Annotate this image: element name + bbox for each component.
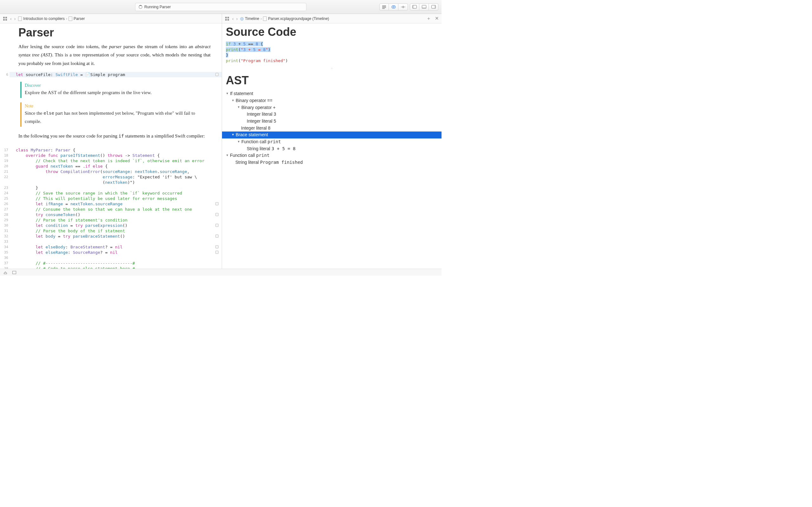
ast-node[interactable]: ▼Function callprint <box>222 152 442 159</box>
code-line[interactable]: let condition = try parseExpression() <box>11 223 222 228</box>
breadcrumb-timeline-page[interactable]: Parser.xcplaygroundpage (Timeline) <box>263 16 329 21</box>
assistant-actions: ＋ ✕ <box>426 15 439 21</box>
breadcrumb-root[interactable]: Introduction to compilers <box>18 16 65 21</box>
editor-mode-group <box>379 3 408 10</box>
ast-node[interactable]: String literal3 + 5 = 8 <box>222 146 442 153</box>
result-indicator[interactable] <box>215 245 218 248</box>
ast-node[interactable]: String literalProgram finished <box>222 159 442 166</box>
jumpbar-nav: ‹ › <box>10 16 15 21</box>
version-editor-button[interactable] <box>398 3 408 10</box>
code-lines[interactable]: class MyParser: Parser { override func p… <box>11 147 222 269</box>
source-line: print("3 + 5 = 8") <box>226 47 438 53</box>
console-toggle-button[interactable] <box>3 271 8 274</box>
disclosure-triangle-icon[interactable]: ▼ <box>232 133 235 137</box>
disclosure-triangle-icon[interactable]: ▼ <box>226 153 229 158</box>
toggle-navigator-button[interactable] <box>410 3 419 10</box>
callout-note-title: Note <box>25 104 211 109</box>
toolbar: Running Parser <box>0 0 442 14</box>
disclosure-triangle-icon[interactable]: ▼ <box>237 140 240 144</box>
source-line-6[interactable]: 6 let sourceFile: SwiftFile = 📄Simple pr… <box>0 72 222 77</box>
code-line[interactable]: let elseRange: SourceRange? = nil <box>11 250 222 255</box>
code-line[interactable]: throw CompilationError(sourceRange: next… <box>11 169 222 174</box>
code-line[interactable]: let body = try parseBraceStatement() <box>11 233 222 239</box>
result-indicator[interactable] <box>215 250 218 254</box>
result-indicator[interactable] <box>215 213 218 216</box>
code-line[interactable]: // This will potentially be used later f… <box>11 196 222 201</box>
ast-tree[interactable]: ▼If statement▼Binary operator ==▼Binary … <box>222 90 442 166</box>
breadcrumb-timeline-page-label: Parser.xcplaygroundpage (Timeline) <box>268 16 329 21</box>
result-indicator[interactable] <box>215 234 218 238</box>
editor-body[interactable]: Parser After lexing the source code into… <box>0 23 222 269</box>
nav-forward-icon-r[interactable]: › <box>236 16 238 21</box>
callout-discover-body: Explore the AST of the different sample … <box>25 89 211 97</box>
nav-back-icon[interactable]: ‹ <box>10 16 12 21</box>
toggle-utilities-button[interactable] <box>429 3 438 10</box>
ast-value: 3 + 5 = 8 <box>271 146 296 153</box>
debug-area-button[interactable] <box>12 271 16 274</box>
result-indicator[interactable] <box>215 224 218 227</box>
ast-node[interactable]: ▼If statement <box>222 90 442 97</box>
code-line[interactable]: class MyParser: Parser { <box>11 147 222 153</box>
gutter: 1718192021222324252627282930313233343536… <box>0 147 11 269</box>
close-assistant-button[interactable]: ✕ <box>435 15 439 21</box>
svg-rect-10 <box>3 19 5 20</box>
timeline-icon: ◎ <box>240 16 244 21</box>
code-line[interactable]: // # Code to parse else statement here # <box>11 266 222 269</box>
ast-label: Integer literal 3 <box>247 111 276 118</box>
code-line[interactable]: } <box>11 185 222 190</box>
breadcrumb-page[interactable]: Parser <box>68 16 85 21</box>
ast-node[interactable]: Integer literal 5 <box>222 118 442 125</box>
result-indicator[interactable] <box>215 73 218 76</box>
code-line[interactable]: errorMessage: "Expected 'if' but saw \ <box>11 174 222 180</box>
code-line[interactable]: // Check that the next token is indeed `… <box>11 158 222 164</box>
disclosure-triangle-icon[interactable]: ▼ <box>226 92 229 96</box>
panel-toggle-group <box>410 3 438 10</box>
code-line[interactable]: let elseBody: BraceStatement? = nil <box>11 244 222 250</box>
code-line[interactable]: // Parse the if statement's condition <box>11 217 222 223</box>
code-line[interactable]: let ifRange = nextToken.sourceRange <box>11 201 222 207</box>
ast-node[interactable]: ▼Binary operator == <box>222 97 442 104</box>
svg-rect-15 <box>227 19 229 20</box>
resize-handle[interactable]: ○ <box>222 65 442 72</box>
line-6[interactable]: let sourceFile: SwiftFile = 📄Simple prog… <box>9 72 222 77</box>
ast-label: String literal <box>247 146 270 153</box>
nav-back-icon-r[interactable]: ‹ <box>232 16 234 21</box>
ast-heading: AST <box>222 72 442 90</box>
code-line[interactable]: // Parse the body of the if statment <box>11 228 222 233</box>
ast-node[interactable]: Integer literal 8 <box>222 125 442 132</box>
result-indicator[interactable] <box>215 202 218 205</box>
assistant-editor-button[interactable] <box>389 3 398 10</box>
toggle-debug-button[interactable] <box>419 3 429 10</box>
ast-node[interactable]: Integer literal 3 <box>222 111 442 118</box>
code-line[interactable]: override func parseIfStatement() throws … <box>11 153 222 158</box>
code-line[interactable] <box>11 255 222 261</box>
disclosure-triangle-icon[interactable]: ▼ <box>232 99 235 103</box>
ast-node[interactable]: ▼Binary operator + <box>222 104 442 111</box>
ast-label: Binary operator + <box>241 104 275 111</box>
code-line[interactable]: // #-----------------------------------# <box>11 261 222 266</box>
code-line[interactable] <box>11 239 222 244</box>
svg-rect-8 <box>3 17 5 18</box>
code-line[interactable]: (nextToken)") <box>11 180 222 185</box>
code-line[interactable]: try consumeToken() <box>11 212 222 217</box>
svg-rect-3 <box>413 5 414 9</box>
related-items-icon[interactable] <box>3 16 8 21</box>
standard-editor-button[interactable] <box>379 3 389 10</box>
spinner-icon <box>139 5 142 9</box>
main-code-block[interactable]: 1718192021222324252627282930313233343536… <box>0 147 222 269</box>
related-items-icon-r[interactable] <box>224 16 230 21</box>
ast-node[interactable]: ▼Function callprint <box>222 138 442 146</box>
add-assistant-button[interactable]: ＋ <box>426 15 431 21</box>
ast-node[interactable]: ▼Brace statement <box>222 131 442 138</box>
nav-forward-icon[interactable]: › <box>14 16 16 21</box>
code-line[interactable]: guard nextToken == .if else { <box>11 164 222 169</box>
code-line[interactable]: // Consume the token so that we can have… <box>11 207 222 212</box>
disclosure-triangle-icon[interactable]: ▼ <box>237 105 240 110</box>
breadcrumb-timeline[interactable]: ◎ Timeline <box>240 16 259 21</box>
jumpbar-left[interactable]: ‹ › Introduction to compilers › Parser <box>0 14 222 23</box>
ast-value: Program finished <box>260 159 303 166</box>
jumpbar-right[interactable]: ‹ › ◎ Timeline › Parser.xcplaygroundpage… <box>222 14 442 23</box>
svg-rect-14 <box>225 19 227 20</box>
code-line[interactable]: // Save the source range in which the `i… <box>11 190 222 196</box>
svg-rect-13 <box>227 17 229 18</box>
